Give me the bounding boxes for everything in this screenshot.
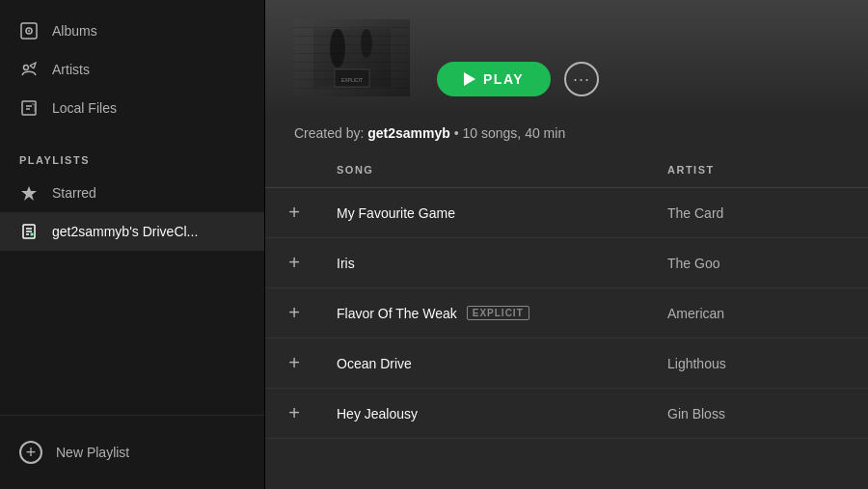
album-art: EXPLICIT <box>294 19 410 96</box>
sidebar-item-local-files-label: Local Files <box>52 100 117 116</box>
circle-plus-icon: + <box>19 441 42 464</box>
album-art-image: EXPLICIT <box>294 19 410 96</box>
song-info-1: Iris <box>329 256 660 271</box>
play-icon <box>464 72 475 86</box>
sidebar-item-local-files[interactable]: Local Files <box>0 89 264 127</box>
col-artist-header: ARTIST <box>660 160 853 179</box>
song-info-3: Ocean Drive <box>329 356 660 371</box>
explicit-badge-2: EXPLICIT <box>467 306 529 320</box>
add-song-button-4[interactable]: + <box>281 400 308 427</box>
sidebar-bottom: + New Playlist <box>0 415 264 489</box>
table-header: SONG ARTIST <box>265 152 868 188</box>
table-row: + My Favourite Game The Card <box>265 188 868 238</box>
header-controls: PLAY ··· <box>437 62 599 96</box>
svg-rect-8 <box>294 19 410 96</box>
svg-point-2 <box>28 30 30 32</box>
star-icon <box>19 183 39 203</box>
sidebar-item-starred[interactable]: Starred <box>0 174 264 212</box>
meta-text: Created by: <box>294 125 367 141</box>
new-playlist-button[interactable]: + New Playlist <box>0 431 264 474</box>
meta-sep: • <box>450 125 463 141</box>
album-icon <box>19 21 39 41</box>
play-label: PLAY <box>483 71 524 87</box>
more-icon: ··· <box>573 69 590 90</box>
sidebar-item-albums-label: Albums <box>52 23 97 39</box>
playlist-header: EXPLICIT PLAY ··· <box>265 0 868 116</box>
main-content: EXPLICIT PLAY ··· Created by: get2sammyb… <box>265 0 868 489</box>
artist-name-2: American <box>660 306 853 321</box>
sidebar-item-drive-cl-label: get2sammyb's DriveCl... <box>52 224 198 239</box>
svg-rect-4 <box>22 101 36 115</box>
add-song-button-0[interactable]: + <box>281 200 308 227</box>
svg-marker-5 <box>21 186 37 201</box>
artist-name-3: Lighthous <box>660 356 853 371</box>
playlists-section-title: PLAYLISTS <box>0 139 264 174</box>
local-files-icon <box>19 98 39 118</box>
add-song-button-2[interactable]: + <box>281 300 308 327</box>
table-row: + Ocean Drive Lighthous <box>265 339 868 389</box>
meta-info: 10 songs, 40 min <box>463 125 566 141</box>
new-playlist-label: New Playlist <box>56 445 129 460</box>
svg-rect-10 <box>294 19 410 96</box>
svg-point-14 <box>361 29 372 58</box>
sidebar-item-artists-label: Artists <box>52 62 90 77</box>
artist-name-4: Gin Bloss <box>660 406 853 421</box>
song-name-0: My Favourite Game <box>337 205 455 221</box>
song-info-0: My Favourite Game <box>329 205 660 221</box>
song-name-4: Hey Jealousy <box>337 406 418 421</box>
song-name-1: Iris <box>337 256 355 271</box>
col-empty <box>281 160 329 179</box>
svg-rect-9 <box>313 29 391 87</box>
sidebar-item-drive-cl[interactable]: get2sammyb's DriveCl... <box>0 212 264 251</box>
table-row: + Flavor Of The Weak EXPLICIT American <box>265 288 868 339</box>
svg-text:EXPLICIT: EXPLICIT <box>341 77 363 83</box>
sidebar-item-starred-label: Starred <box>52 185 96 201</box>
song-name-3: Ocean Drive <box>337 356 412 371</box>
table-row: + Hey Jealousy Gin Bloss <box>265 389 868 439</box>
playlist-meta: Created by: get2sammyb • 10 songs, 40 mi… <box>265 116 868 152</box>
sidebar-item-albums[interactable]: Albums <box>0 12 264 50</box>
song-info-4: Hey Jealousy <box>329 406 660 421</box>
song-info-2: Flavor Of The Weak EXPLICIT <box>329 306 660 321</box>
sidebar-item-artists[interactable]: Artists <box>0 50 264 89</box>
song-name-2: Flavor Of The Weak <box>337 306 457 321</box>
svg-point-13 <box>330 29 345 68</box>
svg-point-3 <box>24 66 29 70</box>
artist-icon <box>19 60 39 79</box>
artist-name-0: The Card <box>660 205 853 221</box>
add-song-button-1[interactable]: + <box>281 250 308 277</box>
artist-name-1: The Goo <box>660 256 853 271</box>
col-song-header: SONG <box>329 160 660 179</box>
svg-rect-11 <box>335 69 369 87</box>
more-button[interactable]: ··· <box>564 62 599 96</box>
play-button[interactable]: PLAY <box>437 62 551 96</box>
meta-author: get2sammyb <box>367 125 450 141</box>
sidebar-nav: Albums Artists Local Files <box>0 0 264 139</box>
song-table: SONG ARTIST + My Favourite Game The Card… <box>265 152 868 489</box>
add-song-button-3[interactable]: + <box>281 350 308 377</box>
table-row: + Iris The Goo <box>265 238 868 288</box>
note-icon <box>19 222 39 241</box>
sidebar: Albums Artists Local Files <box>0 0 265 489</box>
